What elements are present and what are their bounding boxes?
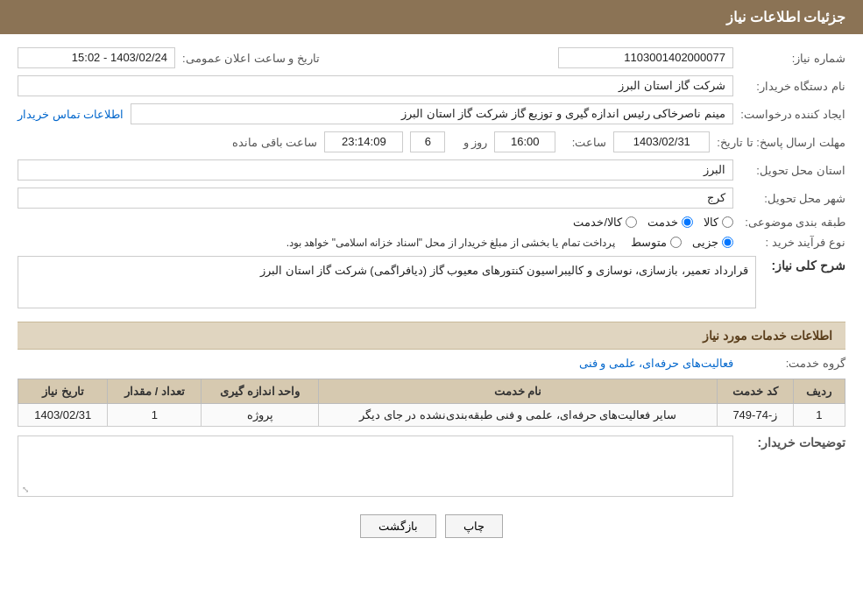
announce-value: 1403/02/24 - 15:02 bbox=[18, 47, 175, 68]
col-row-num: ردیف bbox=[793, 379, 845, 404]
purchase-type-radio-group: متوسط جزیی bbox=[631, 236, 733, 249]
category-goods-service-label: کالا/خدمت bbox=[573, 216, 622, 229]
col-quantity: تعداد / مقدار bbox=[108, 379, 202, 404]
city-row: شهر محل تحویل: کرج bbox=[18, 188, 845, 209]
buyer-notes-box: ⤡ bbox=[18, 435, 733, 497]
deadline-time: 16:00 bbox=[494, 131, 555, 152]
deadline-remaining: 23:14:09 bbox=[324, 131, 403, 152]
purchase-type-row: نوع فرآیند خرید : متوسط جزیی پرداخت تمام… bbox=[18, 236, 845, 249]
cell-unit: پروژه bbox=[202, 404, 319, 427]
col-unit: واحد اندازه گیری bbox=[202, 379, 319, 404]
need-description-value: قرارداد تعمیر، بازسازی، نوسازی و کالیبرا… bbox=[18, 256, 756, 308]
category-goods-radio[interactable] bbox=[722, 216, 733, 228]
contact-link[interactable]: اطلاعات تماس خریدار bbox=[18, 108, 124, 121]
province-row: استان محل تحویل: البرز bbox=[18, 159, 845, 181]
need-description-label: شرح کلی نیاز: bbox=[772, 256, 845, 275]
purchase-note: پرداخت تمام یا بخشی از مبلغ خریدار از مح… bbox=[286, 237, 615, 249]
need-description-row: شرح کلی نیاز: قرارداد تعمیر، بازسازی، نو… bbox=[18, 256, 845, 313]
need-number-value: 1103001402000077 bbox=[558, 47, 733, 68]
cell-quantity: 1 bbox=[108, 404, 202, 427]
service-group-row: گروه خدمت: فعالیت‌های حرفه‌ای، علمی و فن… bbox=[18, 357, 845, 370]
col-date: تاریخ نیاز bbox=[18, 379, 108, 404]
table-row: 1 ز-74-749 سایر فعالیت‌های حرفه‌ای، علمی… bbox=[18, 404, 845, 427]
city-label: شهر محل تحویل: bbox=[740, 192, 845, 205]
page-title: جزئیات اطلاعات نیاز bbox=[726, 10, 845, 25]
org-name-label: نام دستگاه خریدار: bbox=[740, 80, 845, 93]
category-radio-group: کالا/خدمت خدمت کالا bbox=[573, 216, 733, 229]
creator-row: ایجاد کننده درخواست: مینم ناصرخاکی رئیس … bbox=[18, 103, 845, 124]
purchase-medium-radio[interactable] bbox=[670, 237, 682, 248]
deadline-days-label: روز و bbox=[452, 136, 487, 149]
purchase-type-label: نوع فرآیند خرید : bbox=[740, 236, 845, 249]
service-group-value: فعالیت‌های حرفه‌ای، علمی و فنی bbox=[579, 357, 733, 370]
category-goods-label: کالا bbox=[704, 216, 718, 229]
category-row: طبقه بندی موضوعی: کالا/خدمت خدمت کالا bbox=[18, 216, 845, 229]
deadline-time-label: ساعت: bbox=[562, 136, 606, 149]
deadline-days: 6 bbox=[410, 131, 445, 152]
buyer-notes-label: توضیحات خریدار: bbox=[740, 435, 845, 450]
service-group-label: گروه خدمت: bbox=[740, 357, 845, 370]
purchase-medium-item: متوسط bbox=[631, 236, 682, 249]
buyer-notes-row: توضیحات خریدار: ⤡ bbox=[18, 435, 845, 497]
category-goods-service-item: کالا/خدمت bbox=[573, 216, 637, 229]
announce-label: تاریخ و ساعت اعلان عمومی: bbox=[182, 52, 320, 65]
page-header: جزئیات اطلاعات نیاز bbox=[0, 0, 863, 34]
print-button[interactable]: چاپ bbox=[445, 514, 503, 538]
purchase-partial-item: جزیی bbox=[692, 236, 733, 249]
cell-service-code: ز-74-749 bbox=[718, 404, 793, 427]
service-table: ردیف کد خدمت نام خدمت واحد اندازه گیری ت… bbox=[18, 379, 845, 427]
deadline-label: مهلت ارسال پاسخ: تا تاریخ: bbox=[717, 136, 845, 149]
creator-value: مینم ناصرخاکی رئیس اندازه گیری و توزیع گ… bbox=[131, 103, 733, 124]
province-value: البرز bbox=[18, 159, 733, 181]
category-goods-item: کالا bbox=[704, 216, 733, 229]
purchase-partial-label: جزیی bbox=[692, 236, 718, 249]
deadline-date: 1403/02/31 bbox=[613, 131, 710, 152]
city-value: کرج bbox=[18, 188, 733, 209]
deadline-remaining-label: ساعت باقی مانده bbox=[232, 136, 317, 149]
need-number-row: شماره نیاز: 1103001402000077 تاریخ و ساع… bbox=[18, 47, 845, 68]
col-service-code: کد خدمت bbox=[718, 379, 793, 404]
org-name-value: شرکت گاز استان البرز bbox=[18, 75, 733, 96]
province-label: استان محل تحویل: bbox=[740, 164, 845, 177]
category-goods-service-radio[interactable] bbox=[626, 216, 637, 228]
resize-handle: ⤡ bbox=[22, 485, 29, 494]
category-service-item: خدمت bbox=[647, 216, 693, 229]
cell-date: 1403/02/31 bbox=[18, 404, 108, 427]
deadline-row: مهلت ارسال پاسخ: تا تاریخ: 1403/02/31 سا… bbox=[18, 131, 845, 152]
category-service-radio[interactable] bbox=[682, 216, 693, 228]
col-service-name: نام خدمت bbox=[318, 379, 717, 404]
creator-label: ایجاد کننده درخواست: bbox=[740, 108, 845, 121]
category-label: طبقه بندی موضوعی: bbox=[740, 216, 845, 229]
need-number-label: شماره نیاز: bbox=[740, 52, 845, 65]
back-button[interactable]: بازگشت bbox=[360, 514, 436, 538]
cell-row-num: 1 bbox=[793, 404, 845, 427]
category-service-label: خدمت bbox=[647, 216, 678, 229]
purchase-medium-label: متوسط bbox=[631, 236, 667, 249]
purchase-partial-radio[interactable] bbox=[722, 237, 733, 248]
services-section-header: اطلاعات خدمات مورد نیاز bbox=[18, 322, 845, 350]
org-name-row: نام دستگاه خریدار: شرکت گاز استان البرز bbox=[18, 75, 845, 96]
buttons-row: چاپ بازگشت bbox=[18, 514, 845, 556]
cell-service-name: سایر فعالیت‌های حرفه‌ای، علمی و فنی طبقه… bbox=[318, 404, 717, 427]
